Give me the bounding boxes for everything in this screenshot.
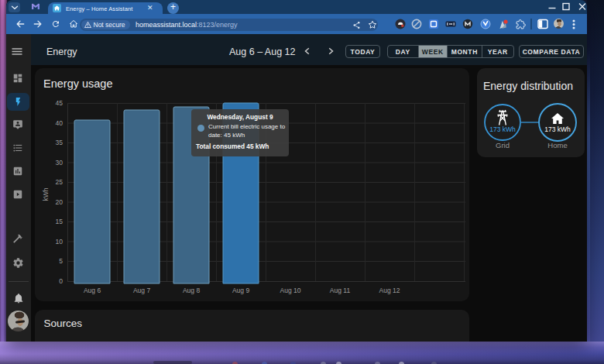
svg-text:30: 30 xyxy=(56,159,63,167)
svg-text:5: 5 xyxy=(59,257,63,265)
svg-text:Aug 9: Aug 9 xyxy=(232,287,249,294)
svg-text:Grid: Grid xyxy=(496,141,510,149)
svg-text:Aug 12: Aug 12 xyxy=(379,287,400,294)
svg-text:20: 20 xyxy=(56,198,63,206)
svg-text:173 kWh: 173 kWh xyxy=(544,125,571,133)
svg-text:25: 25 xyxy=(56,178,63,186)
svg-text:10: 10 xyxy=(56,238,63,246)
svg-text:Aug 10: Aug 10 xyxy=(280,287,301,294)
svg-text:Aug 6: Aug 6 xyxy=(84,287,101,294)
svg-text:15: 15 xyxy=(56,218,63,225)
svg-text:Aug 11: Aug 11 xyxy=(330,287,351,294)
svg-text:173 kWh: 173 kWh xyxy=(489,125,516,133)
svg-text:Home: Home xyxy=(547,141,567,149)
svg-text:40: 40 xyxy=(56,119,63,127)
svg-text:kWh: kWh xyxy=(42,187,50,201)
svg-text:35: 35 xyxy=(56,139,63,146)
svg-text:Aug 8: Aug 8 xyxy=(183,287,200,294)
svg-text:45: 45 xyxy=(56,99,63,107)
svg-text:0: 0 xyxy=(59,277,63,285)
svg-text:Aug 7: Aug 7 xyxy=(133,287,150,294)
